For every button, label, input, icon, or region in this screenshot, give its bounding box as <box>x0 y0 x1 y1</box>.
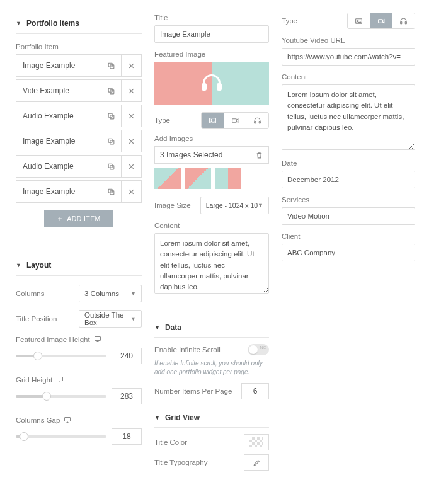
remove-button[interactable] <box>121 55 141 76</box>
caret-down-icon: ▼ <box>16 262 21 268</box>
thumbnail[interactable] <box>215 168 241 189</box>
title-input[interactable] <box>154 25 269 43</box>
type-audio-button[interactable] <box>246 113 268 128</box>
portfolio-item-row[interactable]: Audio Example <box>16 155 142 178</box>
date-label: Date <box>282 159 415 167</box>
type-audio-button[interactable] <box>392 13 415 28</box>
client-label: Client <box>282 232 415 240</box>
pencil-icon <box>253 459 261 467</box>
svg-rect-23 <box>401 21 402 23</box>
close-icon <box>127 112 135 120</box>
type-toggle <box>201 112 269 129</box>
columns-gap-label: Columns Gap <box>16 416 142 425</box>
add-item-button[interactable]: ADD ITEM <box>44 210 113 227</box>
close-icon <box>127 137 135 146</box>
featured-height-value[interactable]: 240 <box>112 348 142 364</box>
portfolio-items-header[interactable]: ▼ Portfolio Items <box>16 13 142 34</box>
add-images-label: Add Images <box>154 135 269 142</box>
columns-gap-value[interactable]: 18 <box>112 428 142 445</box>
section-title: Portfolio Items <box>26 19 79 28</box>
grid-height-label: Grid Height <box>16 375 142 384</box>
type-image-button[interactable] <box>348 13 370 28</box>
featured-height-slider[interactable] <box>16 355 106 357</box>
remove-button[interactable] <box>121 156 141 177</box>
svg-rect-13 <box>57 377 63 381</box>
duplicate-button[interactable] <box>101 156 121 177</box>
infinite-scroll-switch[interactable]: NO <box>248 344 269 355</box>
svg-point-16 <box>211 119 212 120</box>
thumbnail[interactable] <box>154 168 181 189</box>
svg-rect-24 <box>405 21 406 23</box>
type-video-button[interactable] <box>224 113 246 128</box>
content-label: Content <box>154 222 269 229</box>
svg-point-21 <box>357 20 358 21</box>
item-title: Image Example <box>16 181 101 202</box>
copy-icon <box>107 62 115 70</box>
featured-height-label: Featured Image Height <box>16 335 142 344</box>
duplicate-button[interactable] <box>101 80 121 101</box>
portfolio-item-row[interactable]: Image Example <box>16 180 142 203</box>
columns-gap-slider[interactable] <box>16 435 106 438</box>
item-title: Audio Example <box>16 105 101 127</box>
portfolio-item-row[interactable]: Vide Example <box>16 79 142 102</box>
desktop-icon[interactable] <box>94 335 101 344</box>
select-value: Outside The Box <box>84 311 130 326</box>
copy-icon <box>107 87 115 95</box>
title-position-select[interactable]: Outside The Box ▼ <box>79 310 142 328</box>
grid-view-header[interactable]: ▼ Grid View <box>154 408 269 428</box>
plus-icon <box>57 215 63 222</box>
date-input[interactable] <box>282 171 415 188</box>
duplicate-button[interactable] <box>101 105 121 127</box>
section-title: Grid View <box>165 413 200 422</box>
duplicate-button[interactable] <box>101 181 121 202</box>
desktop-icon[interactable] <box>56 375 64 384</box>
services-input[interactable] <box>282 207 415 225</box>
youtube-url-input[interactable] <box>282 48 415 66</box>
type-video-button[interactable] <box>370 13 392 28</box>
portfolio-item-row[interactable]: Image Example <box>16 130 142 152</box>
data-header[interactable]: ▼ Data <box>154 318 269 338</box>
remove-button[interactable] <box>121 130 141 152</box>
item-title: Image Example <box>16 130 101 152</box>
remove-button[interactable] <box>121 105 141 127</box>
image-size-label: Image Size <box>154 202 197 209</box>
content-label: Content <box>282 73 415 81</box>
title-typography-label: Title Typography <box>154 459 207 466</box>
client-input[interactable] <box>282 244 415 261</box>
featured-image-preview[interactable] <box>154 62 269 105</box>
content-textarea[interactable] <box>282 84 415 150</box>
remove-button[interactable] <box>121 181 141 202</box>
items-per-page-input[interactable]: 6 <box>241 383 269 399</box>
infinite-scroll-hint: If enable Infinite scroll, you should on… <box>154 359 269 377</box>
images-selected-text: 3 Images Selected <box>160 151 222 159</box>
close-icon <box>127 87 135 95</box>
image-thumbnails <box>154 168 269 189</box>
duplicate-button[interactable] <box>101 130 121 152</box>
svg-rect-14 <box>65 418 71 421</box>
content-textarea[interactable] <box>154 233 269 294</box>
thumbnail[interactable] <box>185 168 211 189</box>
portfolio-item-row[interactable]: Audio Example <box>16 105 142 127</box>
title-typography-button[interactable] <box>244 454 269 471</box>
close-icon <box>127 188 135 196</box>
svg-rect-17 <box>232 118 236 122</box>
title-color-picker[interactable] <box>244 434 269 450</box>
layout-header[interactable]: ▼ Layout <box>16 255 142 276</box>
images-selected-bar[interactable]: 3 Images Selected <box>154 146 269 164</box>
trash-icon[interactable] <box>255 151 263 159</box>
image-icon <box>355 17 363 25</box>
caret-down-icon: ▼ <box>154 415 160 421</box>
portfolio-item-row[interactable]: Image Example <box>16 54 142 77</box>
desktop-icon[interactable] <box>64 416 71 425</box>
type-image-button[interactable] <box>202 113 224 128</box>
columns-label: Columns <box>16 290 75 297</box>
close-icon <box>127 163 135 171</box>
duplicate-button[interactable] <box>101 55 121 76</box>
image-size-select[interactable]: Large - 1024 x 10 ▼ <box>200 197 269 214</box>
grid-height-value[interactable]: 283 <box>112 388 142 404</box>
copy-icon <box>107 112 115 120</box>
grid-height-slider[interactable] <box>16 395 106 398</box>
remove-button[interactable] <box>121 80 141 101</box>
item-title: Audio Example <box>16 156 101 177</box>
columns-select[interactable]: 3 Columns ▼ <box>79 285 142 302</box>
